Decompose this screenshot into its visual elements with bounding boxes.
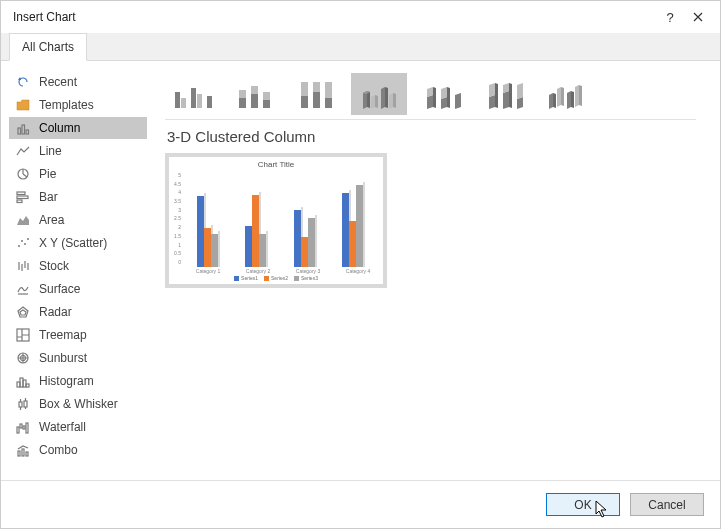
svg-rect-0 [18, 128, 21, 134]
titlebar: Insert Chart ? [1, 1, 720, 33]
close-button[interactable] [684, 3, 712, 31]
subtype-3d-column[interactable] [537, 73, 593, 115]
3d-clustered-column-icon [357, 77, 401, 111]
svg-rect-39 [301, 82, 308, 96]
area-icon [15, 212, 31, 228]
bar-group [294, 210, 315, 267]
y-tick: 4.5 [169, 181, 181, 187]
close-icon [693, 12, 703, 22]
subtype-row [165, 73, 696, 115]
y-tick: 1 [169, 242, 181, 248]
category-label: Column [39, 121, 80, 135]
bar [211, 234, 218, 267]
category-waterfall[interactable]: Waterfall [9, 416, 147, 438]
category-surface[interactable]: Surface [9, 278, 147, 300]
sunburst-icon [15, 350, 31, 366]
category-xy[interactable]: X Y (Scatter) [9, 232, 147, 254]
category-histogram[interactable]: Histogram [9, 370, 147, 392]
3d-column-icon [543, 77, 587, 111]
bar [308, 218, 315, 267]
x-tick: Category 4 [346, 268, 370, 274]
svg-rect-41 [313, 82, 320, 92]
surface-icon [15, 281, 31, 297]
scatter-icon [15, 235, 31, 251]
category-pie[interactable]: Pie [9, 163, 147, 185]
x-tick: Category 3 [296, 268, 320, 274]
category-combo[interactable]: Combo [9, 439, 147, 461]
bar [342, 193, 349, 267]
svg-rect-20 [17, 427, 19, 433]
y-tick: 4 [169, 189, 181, 195]
legend-item: Series3 [294, 275, 318, 281]
x-tick: Category 2 [246, 268, 270, 274]
y-tick: 0.5 [169, 250, 181, 256]
window-title: Insert Chart [13, 10, 656, 24]
chart-plot: 54.543.532.521.510.50 [169, 172, 383, 267]
category-templates[interactable]: Templates [9, 94, 147, 116]
category-label: Surface [39, 282, 80, 296]
dialog-body: RecentTemplatesColumnLinePieBarAreaX Y (… [1, 61, 720, 480]
svg-rect-2 [26, 130, 29, 134]
tab-all-charts[interactable]: All Charts [9, 33, 87, 61]
stock-icon [15, 258, 31, 274]
treemap-icon [15, 327, 31, 343]
category-radar[interactable]: Radar [9, 301, 147, 323]
clustered-column-icon [171, 78, 215, 110]
category-stock[interactable]: Stock [9, 255, 147, 277]
combo-icon [15, 442, 31, 458]
y-tick: 2 [169, 224, 181, 230]
category-label: Bar [39, 190, 58, 204]
category-sunburst[interactable]: Sunburst [9, 347, 147, 369]
y-tick: 2.5 [169, 215, 181, 221]
legend-item: Series1 [234, 275, 258, 281]
svg-rect-4 [17, 192, 25, 195]
chart-preview[interactable]: Chart Title54.543.532.521.510.50Category… [165, 153, 387, 288]
category-label: Combo [39, 443, 78, 457]
subtype-stacked-column[interactable] [227, 73, 283, 115]
legend: Series1Series2Series3 [169, 275, 383, 284]
category-label: Area [39, 213, 64, 227]
x-tick: Category 1 [196, 268, 220, 274]
tab-bar: All Charts [1, 33, 720, 61]
svg-rect-18 [19, 402, 22, 407]
category-recent[interactable]: Recent [9, 71, 147, 93]
svg-rect-19 [24, 401, 27, 407]
subtype-3d-100-stacked-column[interactable] [475, 73, 531, 115]
svg-rect-5 [17, 196, 28, 199]
category-column[interactable]: Column [9, 117, 147, 139]
100-stacked-column-icon [295, 78, 339, 110]
subtype-3d-stacked-column[interactable] [413, 73, 469, 115]
bar [252, 195, 259, 267]
category-boxwhisker[interactable]: Box & Whisker [9, 393, 147, 415]
main-panel: 3-D Clustered Column Chart Title54.543.5… [151, 61, 720, 480]
svg-rect-36 [263, 100, 270, 108]
svg-rect-30 [197, 94, 202, 108]
subtype-3d-clustered-column[interactable] [351, 73, 407, 115]
category-label: Pie [39, 167, 56, 181]
category-label: Templates [39, 98, 94, 112]
category-bar[interactable]: Bar [9, 186, 147, 208]
boxwhisker-icon [15, 396, 31, 412]
svg-rect-28 [181, 98, 186, 108]
bar [204, 228, 211, 267]
y-axis: 54.543.532.521.510.50 [169, 172, 183, 267]
category-treemap[interactable]: Treemap [9, 324, 147, 346]
svg-rect-33 [239, 90, 246, 98]
svg-rect-38 [301, 96, 308, 108]
svg-rect-25 [22, 449, 24, 456]
category-label: Radar [39, 305, 72, 319]
category-label: Histogram [39, 374, 94, 388]
chart-title: Chart Title [169, 157, 383, 172]
svg-point-10 [27, 238, 29, 240]
ok-button[interactable]: OK [546, 493, 620, 516]
help-button[interactable]: ? [656, 3, 684, 31]
category-line[interactable]: Line [9, 140, 147, 162]
category-area[interactable]: Area [9, 209, 147, 231]
ok-label: OK [574, 498, 591, 512]
subtype-100-stacked-column[interactable] [289, 73, 345, 115]
undo-icon [15, 74, 31, 90]
svg-rect-40 [313, 92, 320, 108]
subtype-clustered-column[interactable] [165, 73, 221, 115]
category-label: Sunburst [39, 351, 87, 365]
cancel-button[interactable]: Cancel [630, 493, 704, 516]
